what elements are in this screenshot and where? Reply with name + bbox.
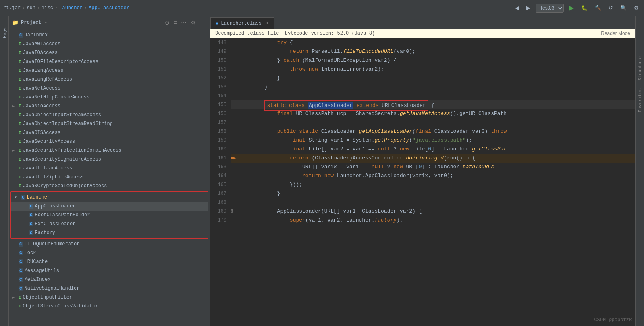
build-button[interactable]: 🔨 [593, 4, 603, 12]
list-item[interactable]: I JavaAWTAccess [9, 40, 210, 48]
line-number: 149 [210, 47, 231, 56]
class-icon: C [19, 242, 23, 247]
line-content: return (ClassLoader)AccessController.doP… [238, 154, 635, 163]
item-label: ObjectInputFilter [23, 295, 72, 300]
project-panel: 📁 Project ▾ ⊙ ≡ ⋯ ⚙ — C JarIndex I JavaA… [9, 16, 210, 326]
list-item[interactable]: C LIFOQueueEnumerator [9, 240, 210, 249]
item-label: JavaSecurityAccess [23, 139, 75, 144]
editor-tabs: ◉ Launcher.class ✕ [210, 16, 635, 29]
info-bar: Reader Mode Decompiled .class file, byte… [210, 29, 635, 38]
line-number: 157 [210, 118, 231, 127]
launcher-group-item[interactable]: ▾ C Launcher [11, 193, 208, 202]
list-item[interactable]: I JavaNetHttpCookieAccess [9, 93, 210, 102]
line-content: final URLClassPath ucp = SharedSecrets.g… [238, 109, 635, 118]
structure-tab[interactable]: Structure [638, 56, 642, 80]
line-content: final String var1 = System.getProperty("… [238, 136, 635, 145]
list-item[interactable]: I JavaLangRefAccess [9, 75, 210, 84]
list-item[interactable]: I JavaLangAccess [9, 66, 210, 75]
code-line-148: 148 try { [210, 38, 635, 47]
list-item[interactable]: I JavaObjectInputStreamAccess [9, 111, 210, 119]
interface-icon: I [19, 59, 21, 64]
item-label: ExtClassLoader [35, 221, 76, 227]
line-number: 148 [210, 38, 231, 47]
item-label: BootClassPathHolder [35, 212, 90, 218]
class-icon: C [19, 268, 23, 273]
sync-btn[interactable]: ⊙ [164, 19, 171, 26]
debug-button[interactable]: 🐛 [579, 4, 590, 12]
filter-btn[interactable]: ⋯ [180, 19, 188, 26]
top-bar: rt.jar › sun › misc › Launcher › AppClas… [0, 0, 644, 16]
list-item[interactable]: I JavaSecuritySignatureAccess [9, 155, 210, 164]
line-content: super(var1, var2, Launcher.factory); [238, 216, 635, 225]
list-item[interactable]: I JavaUtilZipFileAccess [9, 173, 210, 182]
code-line-150: 150 } catch (MalformedURLException var2)… [210, 56, 635, 65]
line-number: 168 [210, 198, 231, 207]
code-line-156: 156 final URLClassPath ucp = SharedSecre… [210, 109, 635, 118]
class-icon: C [19, 259, 23, 264]
reader-mode-button[interactable]: Reader Mode [601, 31, 630, 36]
list-item[interactable]: C MetaIndex [9, 275, 210, 284]
list-item[interactable]: I JavaObjectInputStreamReadString [9, 119, 210, 128]
item-label: JavaObjectInputStreamReadString [23, 121, 113, 127]
code-area[interactable]: 148 try { 149 return ParseUtil.fileToEnc… [210, 38, 635, 326]
factory-item[interactable]: C Factory [11, 228, 208, 237]
list-item[interactable]: C LRUCache [9, 257, 210, 266]
dropdown-icon: ▾ [44, 20, 47, 25]
extclassloader-item[interactable]: C ExtClassLoader [11, 219, 208, 228]
list-item[interactable]: I JavaOISAccess [9, 128, 210, 137]
list-item[interactable]: I JavaIOFileDescriptorAccess [9, 57, 210, 66]
item-label: JavaObjectInputStreamAccess [23, 112, 101, 118]
line-number: 155 [210, 100, 231, 109]
list-item[interactable]: I JavaIOAccess [9, 48, 210, 57]
project-tab[interactable]: Project [1, 19, 8, 44]
code-line-159: 159 final String var1 = System.getProper… [210, 136, 635, 145]
forward-button[interactable]: ▶ [524, 4, 532, 12]
minimize-btn[interactable]: — [199, 19, 207, 26]
item-label: Lock [25, 250, 36, 256]
collapse-btn[interactable]: ≡ [172, 19, 178, 26]
list-item[interactable]: ▶ I JavaNioAccess [9, 102, 210, 111]
item-label: JavaUtilJarAccess [23, 165, 72, 171]
list-item[interactable]: I JavaUtilJarAccess [9, 164, 210, 173]
list-item[interactable]: I ObjectStreamClassValidator [9, 302, 210, 311]
class-icon: C [19, 286, 23, 291]
reload-button[interactable]: ↺ [607, 4, 615, 12]
item-label: JavaLangRefAccess [23, 77, 72, 82]
item-label: NativeSignalHandler [25, 286, 80, 291]
list-item[interactable]: ▶ I ObjectInputFilter [9, 293, 210, 302]
code-line-152: 152 } [210, 74, 635, 83]
line-content: return ParseUtil.fileToEncodedURL(var0); [238, 47, 635, 56]
search-button[interactable]: 🔍 [618, 4, 629, 12]
settings-button[interactable]: ⚙ [632, 4, 641, 12]
interface-icon: I [19, 157, 21, 162]
list-item[interactable]: ▶ I JavaSecurityProtectionDomainAccess [9, 146, 210, 155]
back-button[interactable]: ◀ [513, 4, 521, 12]
settings-btn[interactable]: ⚙ [189, 19, 197, 26]
launcher-class-tab[interactable]: ◉ Launcher.class ✕ [210, 17, 274, 29]
line-content [238, 198, 635, 207]
line-content: } catch (MalformedURLException var2) { [238, 56, 635, 65]
run-config-dropdown[interactable]: Test03 [536, 4, 564, 13]
list-item[interactable]: I JavaSecurityAccess [9, 137, 210, 146]
list-item[interactable]: C NativeSignalHandler [9, 284, 210, 293]
item-label: JarIndex [25, 32, 48, 38]
appclassloader-item[interactable]: C AppClassLoader [11, 202, 208, 211]
item-label: LIFOQueueEnumerator [25, 241, 80, 247]
item-label: JavaLangAccess [23, 68, 64, 73]
list-item[interactable]: I JavaxCryptoSealedObjectAccess [9, 182, 210, 190]
list-item[interactable]: I JavaNetAccess [9, 84, 210, 93]
bootclasspatholder-item[interactable]: C BootClassPathHolder [11, 211, 208, 219]
expand-icon: ▶ [12, 148, 16, 153]
item-label: JavaNioAccess [23, 103, 61, 109]
line-content: URL[] var1x = var1 == null ? new URL[0] … [238, 163, 635, 171]
run-button[interactable]: ▶ [567, 3, 576, 13]
list-item[interactable]: C MessageUtils [9, 266, 210, 275]
code-line-160: 160 final File[] var2 = var1 == null ? n… [210, 145, 635, 154]
item-label: Factory [35, 230, 55, 236]
list-item[interactable]: C Lock [9, 249, 210, 257]
code-line-151: 151 throw new InternalError(var2); [210, 65, 635, 74]
item-label: JavaSecuritySignatureAccess [23, 157, 101, 162]
tab-close-button[interactable]: ✕ [264, 21, 269, 26]
favorites-tab[interactable]: Favorites [638, 88, 642, 112]
list-item[interactable]: C JarIndex [9, 31, 210, 40]
